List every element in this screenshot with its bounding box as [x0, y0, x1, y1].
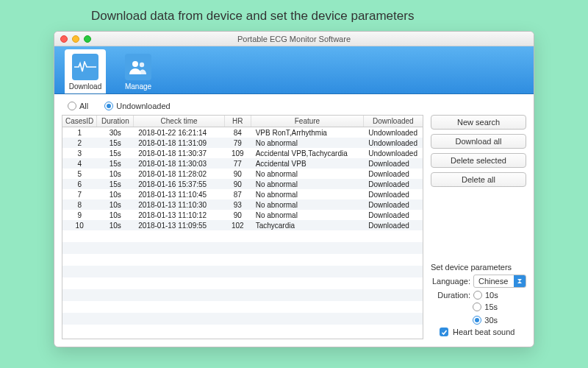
table-row[interactable]: 810s2018-01-13 11:10:3093No abnormalDown… [62, 199, 423, 210]
tab-download-label: Download [69, 82, 101, 91]
tab-download[interactable]: Download [65, 49, 106, 93]
duration-10s[interactable]: 10s [473, 291, 498, 300]
table-row[interactable]: 615s2018-01-16 15:37:5590No abnormalDown… [62, 179, 423, 189]
col-header-downloaded[interactable]: Downloaded [364, 116, 423, 127]
duration-label: Duration: [431, 291, 470, 300]
ecg-icon [72, 54, 98, 80]
table-row [62, 313, 423, 325]
delete-selected-button[interactable]: Delete selected [431, 153, 526, 168]
app-window: Portable ECG Monitor Software Download M… [54, 31, 534, 347]
language-value: Chinese [478, 277, 508, 286]
table-row [62, 254, 423, 266]
col-header-id[interactable]: CasesID [62, 116, 97, 127]
col-header-hr[interactable]: HR [224, 116, 251, 127]
table-row[interactable]: 215s2018-01-18 11:31:0979No abnormalUndo… [62, 138, 423, 148]
delete-all-button[interactable]: Delete all [431, 172, 526, 187]
duration-30s[interactable]: 30s [473, 316, 498, 325]
radio-icon [473, 302, 481, 311]
table-row[interactable]: 710s2018-01-13 11:10:4587No abnormalDown… [62, 189, 423, 199]
language-select[interactable]: Chinese [473, 275, 526, 288]
duration-15s[interactable]: 15s [473, 302, 498, 311]
page-heading: Download data from device and set the de… [0, 0, 588, 31]
table-row [62, 289, 423, 301]
table-row [62, 266, 423, 277]
titlebar: Portable ECG Monitor Software [54, 32, 534, 46]
table-row [62, 230, 423, 242]
table-row [62, 242, 423, 254]
new-search-button[interactable]: New search [431, 115, 526, 130]
table-row[interactable]: 1010s2018-01-13 11:09:55102TachycardiaDo… [62, 220, 423, 230]
tab-manage-label: Manage [125, 82, 151, 91]
table-row [62, 277, 423, 289]
heartbeat-label: Heart beat sound [453, 328, 514, 336]
tab-manage[interactable]: Manage [118, 52, 159, 93]
filter-group: All Undownloaded [62, 100, 423, 115]
main-toolbar: Download Manage [54, 46, 534, 94]
params-title: Set device parameters [431, 263, 526, 272]
radio-icon [473, 291, 482, 300]
table-row[interactable]: 910s2018-01-13 11:10:1290No abnormalDown… [62, 210, 423, 220]
download-all-button[interactable]: Download all [431, 134, 526, 149]
radio-icon [104, 102, 113, 110]
chevron-down-icon [514, 275, 526, 287]
col-header-duration[interactable]: Duration [97, 116, 134, 127]
svg-point-1 [140, 63, 144, 67]
svg-point-0 [132, 61, 138, 67]
filter-all[interactable]: All [68, 102, 88, 110]
window-title: Portable ECG Monitor Software [54, 35, 534, 43]
filter-all-label: All [79, 102, 88, 110]
col-header-checktime[interactable]: Check time [134, 116, 225, 127]
radio-icon [68, 102, 76, 110]
table-row[interactable]: 510s2018-01-18 11:28:0290No abnormalDown… [62, 169, 423, 179]
device-params: Set device parameters Language: Chinese … [431, 263, 526, 339]
heartbeat-checkbox[interactable] [440, 328, 448, 336]
language-label: Language: [431, 277, 470, 286]
table-row [62, 301, 423, 313]
radio-icon [473, 316, 481, 325]
cases-table[interactable]: CasesID Duration Check time HR Feature D… [62, 115, 423, 339]
filter-undownloaded-label: Undownloaded [116, 102, 170, 110]
table-row[interactable]: 315s2018-01-18 11:30:37109Accidental VPB… [62, 148, 423, 158]
table-row[interactable]: 415s2018-01-18 11:30:0377Accidental VPBD… [62, 158, 423, 169]
action-panel: New search Download all Delete selected … [431, 100, 526, 339]
table-row[interactable]: 130s2018-01-22 16:21:1484VPB RonT,Arrhyt… [62, 127, 423, 138]
filter-undownloaded[interactable]: Undownloaded [104, 102, 170, 110]
col-header-feature[interactable]: Feature [251, 116, 364, 127]
people-icon [125, 54, 151, 80]
